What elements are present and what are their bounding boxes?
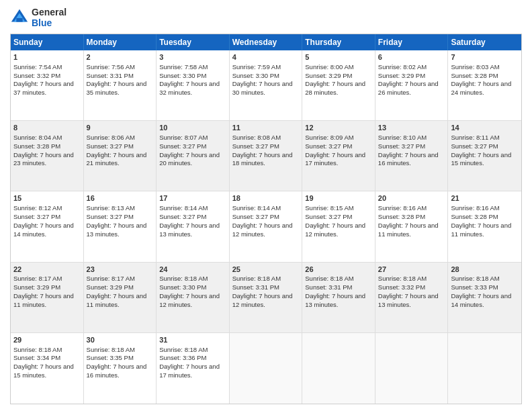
- cal-cell: 27Sunrise: 8:18 AMSunset: 3:32 PMDayligh…: [375, 263, 449, 332]
- page: General Blue SundayMondayTuesdayWednesda…: [0, 0, 532, 411]
- cell-line: Daylight: 7 hours and 32 minutes.: [159, 80, 226, 97]
- cal-cell: 30Sunrise: 8:18 AMSunset: 3:35 PMDayligh…: [84, 333, 157, 404]
- cell-line: Sunset: 3:28 PM: [378, 213, 445, 222]
- day-number: 7: [451, 52, 519, 62]
- cell-line: Sunrise: 8:18 AM: [451, 275, 519, 283]
- cell-line: Sunrise: 7:56 AM: [87, 63, 154, 72]
- cell-line: Daylight: 7 hours and 28 minutes.: [305, 80, 372, 97]
- cell-line: Sunset: 3:32 PM: [13, 72, 81, 81]
- cell-line: Sunrise: 8:02 AM: [378, 63, 445, 72]
- calendar: SundayMondayTuesdayWednesdayThursdayFrid…: [10, 34, 522, 404]
- cell-line: Sunset: 3:27 PM: [87, 142, 154, 151]
- cal-cell: 14Sunrise: 8:11 AMSunset: 3:27 PMDayligh…: [448, 121, 521, 191]
- cell-line: Sunrise: 8:04 AM: [13, 134, 81, 142]
- day-number: 21: [451, 193, 519, 203]
- cell-line: Daylight: 7 hours and 13 minutes.: [87, 222, 154, 239]
- cal-cell: 9Sunrise: 8:06 AMSunset: 3:27 PMDaylight…: [84, 121, 157, 191]
- cal-cell: 17Sunrise: 8:14 AMSunset: 3:27 PMDayligh…: [157, 191, 230, 261]
- day-number: 19: [305, 193, 372, 203]
- cell-line: Sunset: 3:27 PM: [305, 142, 372, 151]
- cal-cell: 31Sunrise: 8:18 AMSunset: 3:36 PMDayligh…: [157, 333, 230, 404]
- cell-line: Sunset: 3:35 PM: [87, 354, 154, 363]
- calendar-header: SundayMondayTuesdayWednesdayThursdayFrid…: [11, 34, 521, 50]
- logo-text: General Blue: [32, 7, 66, 28]
- cell-line: Sunrise: 7:58 AM: [159, 63, 226, 72]
- day-number: 10: [159, 123, 226, 133]
- day-number: 3: [159, 52, 226, 62]
- cal-cell: 4Sunrise: 7:59 AMSunset: 3:30 PMDaylight…: [230, 50, 303, 120]
- cell-line: Sunset: 3:36 PM: [159, 354, 226, 363]
- cell-line: Sunrise: 8:18 AM: [13, 346, 81, 355]
- cell-line: Sunrise: 8:16 AM: [378, 204, 445, 213]
- col-header-wednesday: Wednesday: [230, 34, 303, 50]
- cell-line: Sunrise: 8:13 AM: [87, 204, 154, 213]
- col-header-thursday: Thursday: [302, 34, 375, 50]
- day-number: 12: [305, 123, 372, 133]
- day-number: 5: [305, 52, 372, 62]
- day-number: 16: [87, 193, 154, 203]
- cell-line: Sunset: 3:27 PM: [87, 213, 154, 222]
- cell-line: Sunset: 3:28 PM: [451, 213, 519, 222]
- cell-line: Sunset: 3:33 PM: [451, 283, 519, 292]
- day-number: 20: [378, 193, 445, 203]
- cell-line: Sunset: 3:32 PM: [378, 283, 445, 292]
- cal-cell: 10Sunrise: 8:07 AMSunset: 3:27 PMDayligh…: [157, 121, 230, 191]
- day-number: 17: [159, 193, 226, 203]
- day-number: 6: [378, 52, 445, 62]
- cal-cell: 11Sunrise: 8:08 AMSunset: 3:27 PMDayligh…: [230, 121, 303, 191]
- cell-line: Daylight: 7 hours and 15 minutes.: [451, 151, 519, 169]
- cell-line: Daylight: 7 hours and 11 minutes.: [87, 292, 154, 310]
- cell-line: Daylight: 7 hours and 15 minutes.: [13, 363, 81, 380]
- cell-line: Sunrise: 8:18 AM: [87, 346, 154, 355]
- day-number: 25: [232, 265, 300, 275]
- cal-row-4: 29Sunrise: 8:18 AMSunset: 3:34 PMDayligh…: [11, 333, 521, 404]
- cell-line: Sunrise: 8:16 AM: [451, 204, 519, 213]
- day-number: 26: [305, 265, 372, 275]
- cell-line: Sunset: 3:28 PM: [13, 142, 81, 151]
- cal-row-3: 22Sunrise: 8:17 AMSunset: 3:29 PMDayligh…: [11, 263, 521, 333]
- cell-line: Sunset: 3:30 PM: [159, 283, 226, 292]
- cal-cell: [230, 333, 303, 404]
- cell-line: Sunset: 3:27 PM: [305, 213, 372, 222]
- cal-cell: 13Sunrise: 8:10 AMSunset: 3:27 PMDayligh…: [375, 121, 449, 191]
- cell-line: Sunrise: 8:15 AM: [305, 204, 372, 213]
- col-header-tuesday: Tuesday: [157, 34, 230, 50]
- cell-line: Sunset: 3:29 PM: [87, 283, 154, 292]
- cell-line: Daylight: 7 hours and 12 minutes.: [159, 292, 226, 310]
- cell-line: Sunset: 3:27 PM: [159, 213, 226, 222]
- cell-line: Sunset: 3:30 PM: [232, 72, 300, 81]
- cal-cell: 3Sunrise: 7:58 AMSunset: 3:30 PMDaylight…: [157, 50, 230, 120]
- cal-cell: 8Sunrise: 8:04 AMSunset: 3:28 PMDaylight…: [11, 121, 84, 191]
- day-number: 13: [378, 123, 445, 133]
- logo: General Blue: [10, 7, 66, 28]
- cal-row-0: 1Sunrise: 7:54 AMSunset: 3:32 PMDaylight…: [11, 50, 521, 121]
- cell-line: Daylight: 7 hours and 11 minutes.: [451, 222, 519, 239]
- cell-line: Daylight: 7 hours and 13 minutes.: [159, 222, 226, 239]
- cell-line: Sunrise: 7:59 AM: [232, 63, 300, 72]
- cal-cell: 1Sunrise: 7:54 AMSunset: 3:32 PMDaylight…: [11, 50, 84, 120]
- cal-cell: [302, 333, 375, 404]
- cal-cell: 19Sunrise: 8:15 AMSunset: 3:27 PMDayligh…: [302, 191, 375, 261]
- cal-cell: 7Sunrise: 8:03 AMSunset: 3:28 PMDaylight…: [448, 50, 521, 120]
- cal-cell: 18Sunrise: 8:14 AMSunset: 3:27 PMDayligh…: [230, 191, 303, 261]
- cell-line: Daylight: 7 hours and 30 minutes.: [232, 80, 300, 97]
- cell-line: Sunset: 3:28 PM: [451, 72, 519, 81]
- cell-line: Sunset: 3:27 PM: [378, 142, 445, 151]
- cal-row-2: 15Sunrise: 8:12 AMSunset: 3:27 PMDayligh…: [11, 191, 521, 262]
- cell-line: Daylight: 7 hours and 13 minutes.: [378, 292, 445, 310]
- day-number: 2: [87, 52, 154, 62]
- day-number: 24: [159, 265, 226, 275]
- day-number: 28: [451, 265, 519, 275]
- day-number: 31: [159, 335, 226, 345]
- cell-line: Sunrise: 8:18 AM: [305, 275, 372, 283]
- day-number: 14: [451, 123, 519, 133]
- cell-line: Sunset: 3:27 PM: [232, 213, 300, 222]
- day-number: 27: [378, 265, 445, 275]
- cell-line: Daylight: 7 hours and 18 minutes.: [232, 151, 300, 169]
- day-number: 11: [232, 123, 300, 133]
- day-number: 29: [13, 335, 81, 345]
- cell-line: Sunset: 3:31 PM: [305, 283, 372, 292]
- cell-line: Sunset: 3:29 PM: [13, 283, 81, 292]
- cal-cell: [448, 333, 521, 404]
- cell-line: Daylight: 7 hours and 21 minutes.: [87, 151, 154, 169]
